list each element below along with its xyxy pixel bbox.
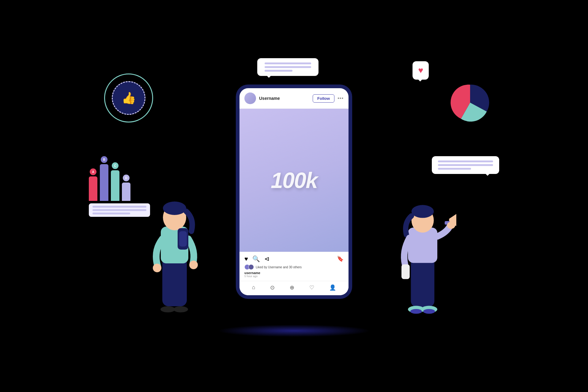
profile-nav-icon[interactable]: 👤 <box>329 284 336 291</box>
svg-point-21 <box>423 309 435 314</box>
bar-item-c: C <box>111 162 119 201</box>
bar-fill-a <box>89 176 97 201</box>
like-circle-outer: 👍 <box>104 74 153 123</box>
caption-line-3 <box>92 213 130 214</box>
likes-nav-icon[interactable]: ♡ <box>309 284 314 291</box>
bar-fill-d <box>122 183 130 201</box>
bar-item-d: D <box>122 175 130 201</box>
svg-rect-16 <box>401 264 410 279</box>
hundred-k-text: 100k <box>271 168 317 193</box>
svg-point-19 <box>410 309 422 314</box>
like-icon[interactable]: ♥ <box>244 255 248 262</box>
add-nav-icon[interactable]: ⊕ <box>290 284 294 291</box>
svg-rect-9 <box>179 231 187 247</box>
phone-actions: ♥ 🔍 ⊲ 🔖 Liked by Username and 30 others … <box>239 252 349 281</box>
post-username-header: Username <box>259 96 310 101</box>
right-bubble-line-3 <box>438 168 471 170</box>
person-right <box>389 178 456 325</box>
liked-avatars <box>244 264 254 270</box>
post-image: 100k <box>239 109 349 252</box>
main-scene: ♥ 👍 A B <box>80 43 508 349</box>
person-left-svg <box>141 172 208 325</box>
like-circle: 👍 <box>104 74 153 123</box>
phone: Username Follow ••• 100k ♥ 🔍 ⊲ 🔖 <box>236 85 352 299</box>
home-nav-icon[interactable]: ⌂ <box>252 284 255 291</box>
thumbs-up-icon: 👍 <box>122 91 136 105</box>
bar-fill-c <box>111 170 119 201</box>
caption-line-2 <box>92 209 146 211</box>
svg-rect-11 <box>408 228 437 263</box>
bubble-line-2 <box>265 66 311 68</box>
post-username-caption: username <box>244 271 344 275</box>
comment-bubble-right <box>432 156 499 174</box>
svg-point-3 <box>163 202 186 215</box>
share-icon[interactable]: ⊲ <box>264 255 270 262</box>
liked-avatar-2 <box>248 264 254 270</box>
comment-icon[interactable]: 🔍 <box>252 255 260 262</box>
svg-point-5 <box>153 264 161 272</box>
like-circle-inner: 👍 <box>112 81 145 115</box>
caption-line-1 <box>92 206 146 208</box>
svg-point-7 <box>173 306 188 312</box>
svg-point-17 <box>447 222 455 229</box>
person-left <box>141 172 208 325</box>
follow-button[interactable]: Follow <box>313 94 334 103</box>
more-options-icon[interactable]: ••• <box>337 96 344 101</box>
bar-label-a: A <box>90 168 96 175</box>
pie-chart <box>450 83 490 123</box>
bar-item-a: A <box>89 168 97 201</box>
liked-row: Liked by Username and 30 others <box>244 264 344 270</box>
person-right-svg <box>389 178 456 325</box>
search-nav-icon[interactable]: ⊙ <box>270 284 275 291</box>
bottom-glow <box>217 325 371 337</box>
phone-header: Username Follow ••• <box>239 88 349 109</box>
bar-label-d: D <box>123 175 130 181</box>
right-bubble-line-1 <box>438 160 493 162</box>
svg-point-4 <box>189 261 198 269</box>
phone-nav: ⌂ ⊙ ⊕ ♡ 👤 <box>239 281 349 295</box>
bubble-line-3 <box>265 70 292 72</box>
phone-inner: Username Follow ••• 100k ♥ 🔍 ⊲ 🔖 <box>239 88 349 295</box>
avatar <box>244 92 256 104</box>
post-time: 5 hour ago <box>244 275 344 278</box>
bar-label-b: B <box>101 156 107 163</box>
bar-item-b: B <box>100 156 108 201</box>
bookmark-icon[interactable]: 🔖 <box>337 255 344 262</box>
svg-rect-0 <box>162 257 187 306</box>
speech-bubble-top <box>257 58 318 76</box>
bar-label-c: C <box>112 162 119 169</box>
svg-point-6 <box>160 306 175 312</box>
action-icons-row: ♥ 🔍 ⊲ 🔖 <box>244 255 344 262</box>
bubble-line-1 <box>265 62 311 64</box>
pie-chart-svg <box>450 83 490 123</box>
heart-bubble: ♥ <box>413 61 429 80</box>
liked-text: Liked by Username and 30 others <box>256 266 302 269</box>
svg-point-13 <box>412 205 434 218</box>
right-bubble-line-2 <box>438 164 493 166</box>
heart-icon: ♥ <box>418 66 423 75</box>
svg-rect-10 <box>411 257 435 307</box>
bar-fill-b <box>100 164 108 201</box>
